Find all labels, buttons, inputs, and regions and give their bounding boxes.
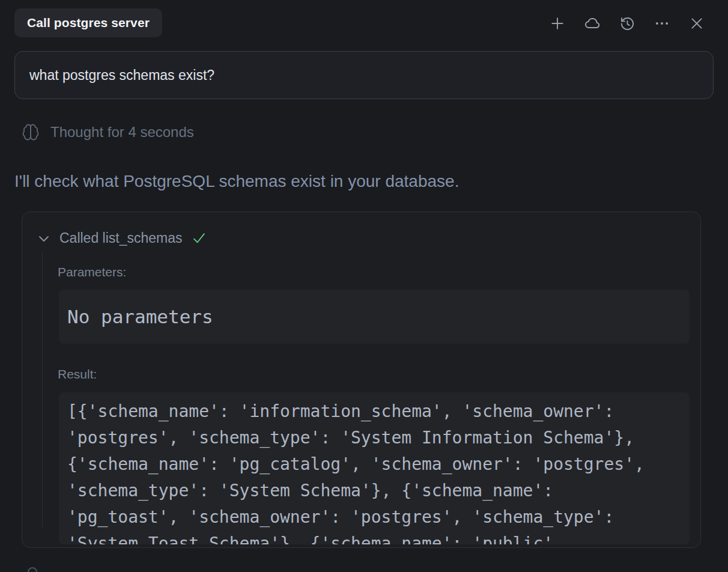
- window-title: Call postgres server: [27, 16, 150, 30]
- chat-window: Call postgres server: [0, 0, 728, 572]
- close-icon[interactable]: [688, 15, 705, 32]
- result-line: 'postgres', 'schema_type': 'System Infor…: [67, 425, 681, 451]
- user-message-text: what postgres schemas exist?: [29, 67, 214, 84]
- next-element-clipped: [28, 567, 37, 572]
- brain-icon: [22, 123, 40, 141]
- tool-call-title: Called list_schemas: [59, 230, 183, 246]
- tool-call-card: Called list_schemas Parameters: No param…: [22, 211, 701, 548]
- parameters-value: No parameters: [67, 306, 213, 327]
- window-title-badge: Call postgres server: [14, 8, 162, 37]
- ellipsis-icon[interactable]: [654, 15, 670, 32]
- result-label: Result:: [58, 367, 97, 382]
- tool-call-header[interactable]: Called list_schemas: [37, 230, 207, 246]
- assistant-message: I'll check what PostgreSQL schemas exist…: [14, 171, 675, 192]
- parameters-code-block: No parameters: [59, 290, 690, 344]
- result-line: [{'schema_name': 'information_schema', '…: [67, 398, 681, 425]
- collapse-thread-line: [42, 252, 43, 527]
- history-icon[interactable]: [619, 15, 635, 32]
- toolbar: [549, 15, 705, 32]
- parameters-label: Parameters:: [58, 265, 126, 279]
- result-line: {'schema_name': 'pg_catalog', 'schema_ow…: [67, 451, 681, 478]
- user-message[interactable]: what postgres schemas exist?: [14, 51, 714, 99]
- result-code-block[interactable]: [{'schema_name': 'information_schema', '…: [59, 392, 690, 544]
- result-line: 'System Toast Schema'}, {'schema_name': …: [67, 531, 681, 544]
- result-line: 'schema_type': 'System Schema'}, {'schem…: [67, 478, 681, 504]
- cloud-icon[interactable]: [584, 15, 601, 32]
- plus-icon[interactable]: [549, 15, 566, 32]
- chevron-down-icon[interactable]: [37, 231, 51, 246]
- check-icon: [191, 230, 207, 246]
- thinking-row[interactable]: Thought for 4 seconds: [22, 123, 194, 141]
- result-line: 'pg_toast', 'schema_owner': 'postgres', …: [67, 504, 681, 531]
- thinking-label: Thought for 4 seconds: [50, 124, 194, 141]
